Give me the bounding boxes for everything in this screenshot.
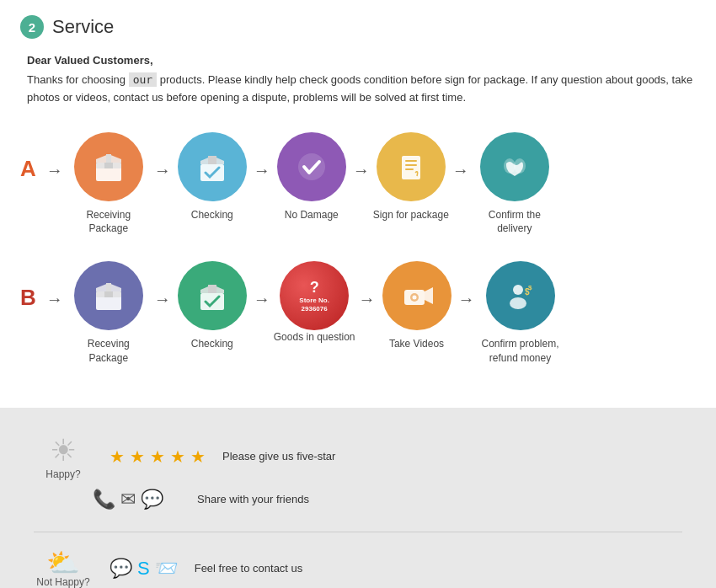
confirm-delivery-icon xyxy=(480,132,549,201)
not-happy-row: ⛅ Not Happy? 💬 S 📨 Feel free to contact … xyxy=(34,549,682,588)
svg-rect-4 xyxy=(106,154,111,163)
section-heading: Service xyxy=(52,16,114,38)
star-icon-2: ★ xyxy=(130,446,145,467)
divider xyxy=(34,532,682,532)
svg-point-8 xyxy=(298,153,325,180)
no-damage-icon xyxy=(277,132,346,201)
svg-text:$: $ xyxy=(528,284,532,291)
happy-label: Happy? xyxy=(34,468,93,480)
happy-icon-group: ☀ Happy? xyxy=(34,433,93,480)
flow-row-a: A → Receiving Package → xyxy=(20,124,696,245)
arrow-icon: → xyxy=(359,290,376,309)
not-happy-icon-group: ⛅ Not Happy? xyxy=(34,549,93,588)
our-highlight: our xyxy=(129,72,157,87)
step-confirm-delivery: Confirm the delivery xyxy=(473,132,557,237)
step-confirm-problem: $ $ Confirm problem, refund money xyxy=(478,261,563,366)
checking-b-label: Checking xyxy=(191,337,233,351)
no-damage-label: No Damage xyxy=(285,208,339,222)
goods-in-question-icon: ? Store No. 2936076 xyxy=(280,261,349,330)
step-goods-in-question: ? Store No. 2936076 Goods in question xyxy=(274,261,355,345)
confirm-problem-label: Confirm problem, refund money xyxy=(478,337,563,366)
skype-icon: S xyxy=(137,558,150,580)
flow-row-b: B → Receving Package → xyxy=(20,253,696,374)
step-take-videos: Take Videos xyxy=(379,261,455,351)
arrow-icon: → xyxy=(154,290,171,309)
svg-point-27 xyxy=(513,285,523,295)
sun-icon: ☀ xyxy=(34,433,93,468)
arrow-icon: → xyxy=(254,290,270,309)
svg-rect-12 xyxy=(405,168,414,170)
phone-icon: 📞 xyxy=(93,489,115,510)
svg-point-28 xyxy=(510,297,526,309)
receiving-package-b-label: Receving Package xyxy=(67,337,151,366)
stars-group: ★ ★ ★ ★ ★ xyxy=(110,446,206,467)
share-row: 📞 ✉ 💬 Share with your friends xyxy=(93,489,682,510)
happy-text: Please give us five-star xyxy=(222,450,335,462)
share-icons-group: 📞 ✉ 💬 xyxy=(93,489,163,510)
share-text: Share with your friends xyxy=(197,493,309,505)
chat-icon: 💬 xyxy=(141,489,163,510)
svg-rect-11 xyxy=(405,164,417,166)
contact-text: Feel free to contact us xyxy=(195,562,303,575)
row-b-label: B xyxy=(20,285,36,311)
arrow-icon: → xyxy=(458,290,475,309)
svg-point-26 xyxy=(412,296,416,300)
step-checking-a: Checking xyxy=(174,132,250,222)
mail-send-icon: 📨 xyxy=(155,558,178,580)
step-checking-b: Checking xyxy=(174,261,250,351)
intro-text: Dear Valued Customers, xyxy=(27,54,696,67)
contact-icons-group: 💬 S 📨 xyxy=(110,558,178,580)
section-number: 2 xyxy=(20,15,44,39)
checking-a-label: Checking xyxy=(191,208,233,222)
goods-in-question-label: Goods in question xyxy=(274,330,355,345)
svg-rect-2 xyxy=(104,163,113,168)
email-icon: ✉ xyxy=(120,489,136,510)
sign-for-package-icon xyxy=(377,132,446,201)
svg-rect-7 xyxy=(208,156,216,164)
arrow-icon: → xyxy=(46,290,63,309)
arrow-icon: → xyxy=(452,161,469,180)
step-receiving-package: Receiving Package xyxy=(67,132,151,237)
confirm-problem-icon: $ $ xyxy=(486,261,555,330)
arrow-icon: → xyxy=(353,161,370,180)
arrow-icon: → xyxy=(46,161,63,180)
receiving-package-label: Receiving Package xyxy=(67,208,151,237)
section-title: 2 Service xyxy=(20,15,696,39)
cloud-icon: ⛅ xyxy=(34,549,93,576)
svg-rect-17 xyxy=(104,291,113,297)
receiving-package-icon xyxy=(74,132,143,201)
sign-for-package-label: Sign for package xyxy=(373,208,449,222)
svg-marker-24 xyxy=(425,287,433,304)
star-icon-3: ★ xyxy=(150,446,165,467)
arrow-icon: → xyxy=(254,161,270,180)
take-videos-icon xyxy=(382,261,452,330)
svg-rect-10 xyxy=(405,160,417,162)
happy-row: ☀ Happy? ★ ★ ★ ★ ★ Please give us five-s… xyxy=(34,433,682,480)
desc-text: Thanks for choosing our products. Please… xyxy=(27,72,696,107)
messenger-icon: 💬 xyxy=(110,558,132,580)
step-sign-for-package: Sign for package xyxy=(373,132,449,222)
take-videos-label: Take Videos xyxy=(389,337,444,351)
bottom-section: ☀ Happy? ★ ★ ★ ★ ★ Please give us five-s… xyxy=(0,408,716,588)
receiving-package-b-icon xyxy=(74,261,143,330)
not-happy-label: Not Happy? xyxy=(34,576,93,588)
confirm-delivery-label: Confirm the delivery xyxy=(473,208,557,237)
star-icon-5: ★ xyxy=(190,446,206,467)
row-a-label: A xyxy=(20,156,36,182)
checking-a-icon xyxy=(178,132,247,201)
svg-rect-19 xyxy=(106,283,111,291)
step-receiving-package-b: Receving Package xyxy=(67,261,151,366)
star-icon-1: ★ xyxy=(110,446,125,467)
svg-rect-22 xyxy=(208,285,216,293)
star-icon-4: ★ xyxy=(170,446,185,467)
arrow-icon: → xyxy=(154,161,171,180)
checking-b-icon xyxy=(178,261,247,330)
step-no-damage: No Damage xyxy=(274,132,350,222)
